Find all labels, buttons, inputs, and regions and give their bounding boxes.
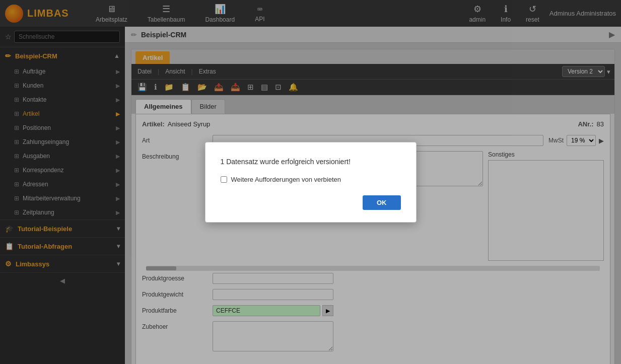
modal-checkbox-label[interactable]: Weitere Aufforderungen von verbieten bbox=[231, 176, 341, 183]
modal-checkbox-row: Weitere Aufforderungen von verbieten bbox=[221, 176, 401, 183]
modal-ok-button[interactable]: OK bbox=[363, 195, 401, 210]
modal-footer: OK bbox=[221, 195, 401, 210]
modal-dialog: 1 Datensatz wurde erfolgreich versionier… bbox=[205, 142, 417, 223]
modal-checkbox[interactable] bbox=[221, 176, 227, 183]
modal-overlay: 1 Datensatz wurde erfolgreich versionier… bbox=[0, 0, 621, 364]
modal-message: 1 Datensatz wurde erfolgreich versionier… bbox=[221, 158, 401, 166]
